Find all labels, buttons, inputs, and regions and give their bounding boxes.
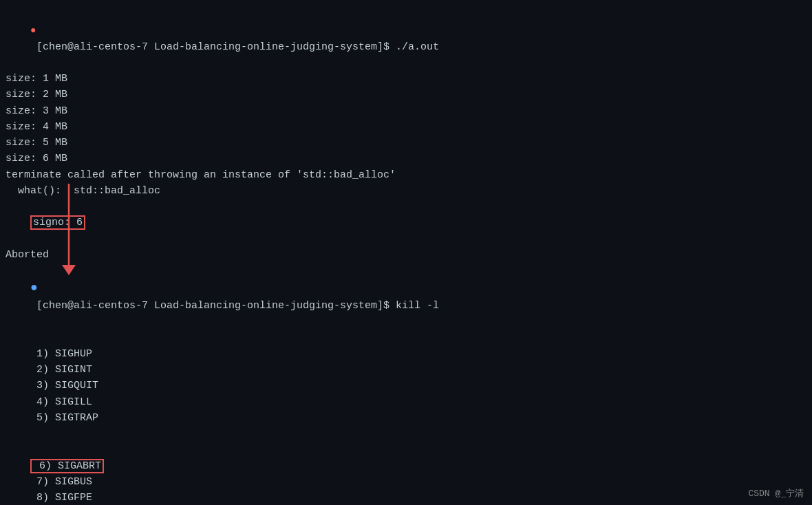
svg-marker-1 xyxy=(62,265,76,275)
terminal: ● [chen@ali-centos-7 Load-balancing-onli… xyxy=(0,0,812,505)
arrow-overlay xyxy=(0,0,812,505)
watermark: CSDN @_宁清 xyxy=(748,487,804,499)
